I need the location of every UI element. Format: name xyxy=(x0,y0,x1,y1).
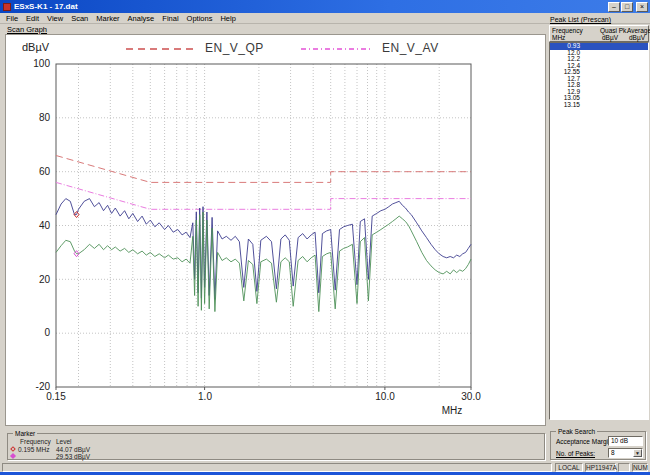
x-tick-0p15: 0.15 xyxy=(40,391,72,402)
no-of-peaks-label: No. of Peaks: xyxy=(556,450,595,457)
chevron-down-icon[interactable]: ▼ xyxy=(633,449,642,457)
peak-cell-qp xyxy=(580,102,614,109)
maximize-button[interactable]: □ xyxy=(621,2,633,12)
status-device: HP11947A xyxy=(585,463,616,472)
app-icon xyxy=(3,3,11,11)
col-quasi-pk: Quasi Pk. xyxy=(600,27,628,34)
legend-line-qp xyxy=(126,48,196,50)
x-tick-10: 10.0 xyxy=(369,391,401,402)
col-average-unit: dBµV xyxy=(629,34,645,41)
y-tick-100: 100 xyxy=(18,58,50,69)
peak-cell-av xyxy=(614,102,644,109)
spectrum-chart[interactable] xyxy=(6,35,547,427)
status-empty-panel xyxy=(618,463,630,472)
y-tick-40: 40 xyxy=(18,220,50,231)
legend-label-qp: EN_V_QP xyxy=(205,41,264,55)
scan-graph-panel: EN_V_QP EN_V_AV dBµV 100 80 60 40 20 0 -… xyxy=(5,34,546,426)
peak-list-title: Peak List (Prescan) xyxy=(550,16,611,23)
marker-panel: Marker Frequency Level 0.195 MHz 44.07 d… xyxy=(7,433,545,460)
marker-frequency-value: 0.195 MHz xyxy=(18,446,49,453)
menu-view[interactable]: View xyxy=(43,13,67,24)
legend-line-av xyxy=(301,48,371,50)
col-frequency: Frequency xyxy=(552,27,583,34)
peak-cell-freq: 13.15 xyxy=(550,102,580,109)
col-quasi-pk-unit: dBµV xyxy=(602,34,618,41)
acceptance-margin-label: Acceptance Margin: xyxy=(556,438,613,445)
status-local: LOCAL xyxy=(555,463,583,472)
marker1-diamond-icon xyxy=(10,446,16,452)
menu-final[interactable]: Final xyxy=(158,13,182,24)
application-window: { "window": { "title": "ESxS-K1 - 17.dat… xyxy=(0,0,650,475)
col-average: Average xyxy=(627,27,650,34)
marker2-diamond-icon xyxy=(10,453,16,459)
menu-scan[interactable]: Scan xyxy=(67,13,92,24)
no-of-peaks-combobox[interactable]: 8 ▼ xyxy=(608,448,643,458)
y-tick-60: 60 xyxy=(18,166,50,177)
peak-list-header: Frequency Quasi Pk. Average MHz dBµV dBµ… xyxy=(549,25,649,42)
y-tick-0: 0 xyxy=(18,327,50,338)
menu-analyse[interactable]: Analyse xyxy=(124,13,159,24)
window-title: ESxS-K1 - 17.dat xyxy=(14,2,607,11)
scan-graph-window-caption: Scan Graph xyxy=(7,25,47,34)
marker-frequency-header: Frequency xyxy=(20,438,51,445)
peak-list[interactable]: 0.9312.012.212.412.5512.712.812.913.0513… xyxy=(549,42,649,420)
y-tick-80: 80 xyxy=(18,112,50,123)
menu-marker[interactable]: Marker xyxy=(92,13,123,24)
menu-edit[interactable]: Edit xyxy=(22,13,43,24)
marker-level-header: Level xyxy=(56,438,72,445)
peak-search-caption: Peak Search xyxy=(556,428,597,435)
marker-level-qp-value: 44.07 dBµV xyxy=(56,446,90,453)
menu-options[interactable]: Options xyxy=(183,13,217,24)
title-bar: ESxS-K1 - 17.dat – □ × xyxy=(0,0,650,13)
x-tick-1: 1.0 xyxy=(189,391,221,402)
y-tick-20: 20 xyxy=(18,274,50,285)
x-axis-unit-label: MHz xyxy=(432,405,472,416)
status-bar: LOCAL HP11947A NUM xyxy=(0,462,650,472)
col-frequency-unit: MHz xyxy=(552,34,565,41)
status-message-panel xyxy=(2,463,552,472)
x-tick-30: 30.0 xyxy=(455,391,487,402)
marker-level-av-value: 29.53 dBµV xyxy=(56,453,90,460)
peak-search-panel: Peak Search Acceptance Margin: 10 dB No.… xyxy=(550,431,646,460)
menu-help[interactable]: Help xyxy=(216,13,239,24)
marker-panel-caption: Marker xyxy=(13,430,37,437)
peak-list-row[interactable]: 13.15 xyxy=(550,102,648,109)
close-button[interactable]: × xyxy=(636,2,648,12)
menu-file[interactable]: File xyxy=(2,13,22,24)
no-of-peaks-value: 8 xyxy=(611,449,615,456)
legend-label-av: EN_V_AV xyxy=(382,41,439,55)
acceptance-margin-input[interactable]: 10 dB xyxy=(608,436,643,446)
status-num: NUM xyxy=(632,463,648,472)
minimize-button[interactable]: – xyxy=(608,2,620,12)
y-axis-unit-label: dBµV xyxy=(22,41,49,53)
